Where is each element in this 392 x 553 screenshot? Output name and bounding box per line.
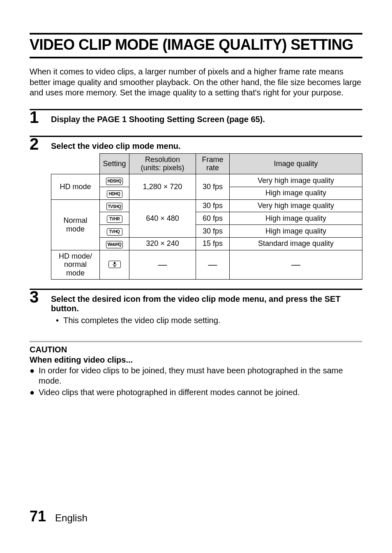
col-resolution-l1: Resolution	[145, 155, 180, 164]
hd-resolution: 1,280 × 720	[129, 174, 196, 200]
bullet-dot-icon: ●	[30, 387, 35, 398]
col-resolution: Resolution (units: pixels)	[129, 153, 196, 174]
mode-both-l2: normal	[64, 260, 87, 268]
tvshq-icon: TVSHQ	[106, 203, 123, 210]
hd-framerate: 30 fps	[196, 174, 230, 200]
svg-rect-0	[114, 262, 115, 264]
tvhq-icon: TVHQ	[107, 228, 122, 236]
bullet-dot-icon: ●	[30, 366, 35, 386]
col-framerate: Frame rate	[196, 153, 230, 174]
both-framerate: —	[196, 250, 230, 279]
intro-paragraph: When it comes to video clips, a larger n…	[30, 67, 362, 98]
both-resolution: —	[129, 250, 196, 279]
hdshq-icon: HDSHQ	[106, 178, 123, 185]
setting-icon-cell: WebHQ	[100, 237, 129, 250]
setting-icon-cell	[100, 250, 129, 279]
normal-resolution-1: 640 × 480	[129, 199, 196, 237]
caution-title: CAUTION	[30, 345, 362, 354]
step-3: 3 Select the desired icon from the video…	[30, 290, 362, 327]
setting-icon-cell: TVHR	[100, 212, 129, 225]
video-mode-table: Setting Resolution (units: pixels) Frame…	[51, 153, 362, 280]
hdhq-icon: HDHQ	[107, 190, 122, 198]
col-framerate-l2: rate	[206, 164, 219, 172]
page-number: 71	[30, 508, 46, 525]
mode-both-l1: HD mode/	[59, 252, 92, 260]
caution-bullet-1: In order for video clips to be joined, t…	[39, 366, 362, 386]
step-1: 1 Display the PAGE 1 Shooting Setting Sc…	[30, 111, 362, 127]
hd-iq-1: Very high image quality	[230, 174, 362, 187]
both-iq: —	[230, 250, 362, 279]
microphone-icon	[108, 261, 121, 268]
normal-fr-2: 60 fps	[196, 212, 230, 225]
table-header-row: Setting Resolution (units: pixels) Frame…	[51, 153, 362, 174]
step-heading: Display the PAGE 1 Shooting Setting Scre…	[51, 115, 362, 124]
step-heading: Select the desired icon from the video c…	[51, 294, 362, 313]
normal-iq-3: High image quality	[230, 225, 362, 238]
page-footer: 71 English	[30, 508, 88, 525]
setting-icon-cell: TVSHQ	[100, 199, 129, 212]
mode-normal-label: Normal mode	[51, 199, 100, 250]
mode-normal-l2: mode	[66, 225, 85, 233]
setting-icon-cell: HDHQ	[100, 187, 129, 199]
setting-icon-cell: HDSHQ	[100, 174, 129, 187]
normal-fr-1: 30 fps	[196, 199, 230, 212]
caution-bullet-2: Video clips that were photographed in di…	[39, 387, 300, 398]
caution-divider	[30, 341, 362, 342]
page-language: English	[55, 512, 88, 524]
col-resolution-l2: (units: pixels)	[141, 164, 184, 172]
normal-fr-3: 30 fps	[196, 225, 230, 238]
table-row: HD mode/ normal mode — —	[51, 250, 362, 279]
step-2: 2 Select the video clip mode menu. Setti…	[30, 137, 362, 280]
page-title: VIDEO CLIP MODE (IMAGE QUALITY) SETTING	[30, 33, 362, 58]
col-setting: Setting	[100, 153, 129, 174]
mode-both-l3: mode	[66, 269, 85, 277]
mode-normal-l1: Normal	[63, 216, 87, 224]
normal-iq-1: Very high image quality	[230, 199, 362, 212]
mode-hd-label: HD mode	[51, 174, 100, 200]
table-row: Normal mode TVSHQ 640 × 480 30 fps Very …	[51, 199, 362, 212]
col-framerate-l1: Frame	[202, 155, 223, 164]
caution-subtitle: When editing video clips...	[30, 355, 362, 365]
step-number: 3	[30, 289, 42, 305]
mode-both-label: HD mode/ normal mode	[51, 250, 100, 279]
step-bullet: This completes the video clip mode setti…	[51, 316, 362, 325]
setting-icon-cell: TVHQ	[100, 225, 129, 238]
table-row: HD mode HDSHQ 1,280 × 720 30 fps Very hi…	[51, 174, 362, 187]
step-heading: Select the video clip mode menu.	[51, 141, 362, 151]
normal-fr-4: 15 fps	[196, 237, 230, 250]
normal-resolution-2: 320 × 240	[129, 237, 196, 250]
webhq-icon: WebHQ	[106, 241, 123, 248]
hd-iq-2: High image quality	[230, 187, 362, 199]
col-imagequality: Image quality	[230, 153, 362, 174]
caution-bullets: ●In order for video clips to be joined, …	[30, 366, 362, 398]
step-number: 1	[30, 109, 42, 125]
tvhr-icon: TVHR	[107, 215, 122, 223]
normal-iq-4: Standard image quality	[230, 237, 362, 250]
step-number: 2	[30, 136, 42, 152]
normal-iq-2: High image quality	[230, 212, 362, 225]
